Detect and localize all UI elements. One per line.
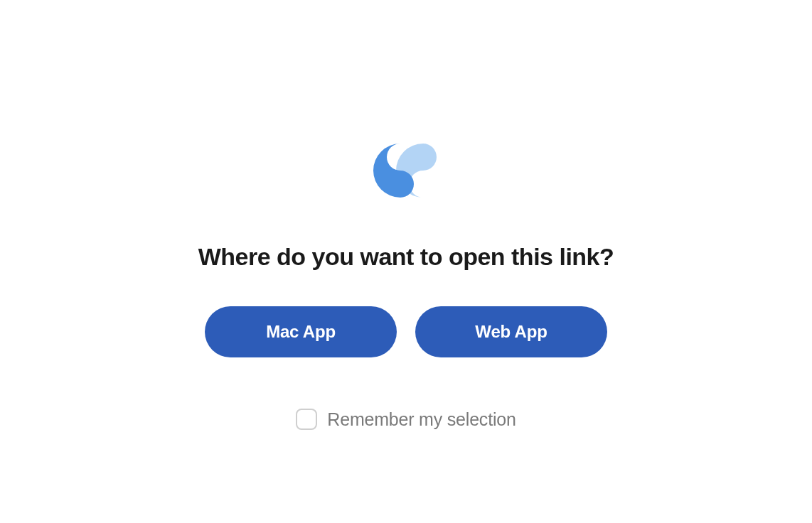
remember-label: Remember my selection: [327, 409, 515, 430]
app-logo-icon: [372, 142, 440, 199]
mac-app-button[interactable]: Mac App: [205, 306, 397, 357]
remember-selection-row: Remember my selection: [296, 409, 515, 430]
remember-checkbox[interactable]: [296, 409, 317, 430]
choice-button-row: Mac App Web App: [205, 306, 607, 357]
web-app-button[interactable]: Web App: [415, 306, 607, 357]
open-link-heading: Where do you want to open this link?: [198, 243, 614, 271]
